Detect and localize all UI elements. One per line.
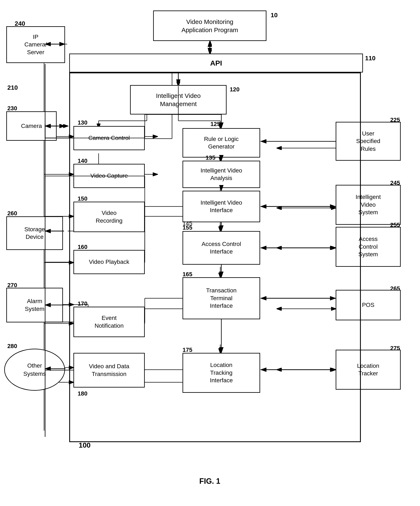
rule-logic-box: Rule or LogicGenerator: [182, 128, 260, 158]
label-100: 100: [79, 441, 91, 449]
ivi-label: Intelligent VideoInterface: [200, 199, 242, 214]
other-systems-label: OtherSystems: [23, 361, 46, 378]
event-notification-box: EventNotification: [73, 307, 145, 337]
location-tracking-label: LocationTrackingInterface: [210, 361, 233, 384]
video-data-label: Video and DataTransmission: [89, 363, 129, 378]
label-180: 180: [78, 390, 87, 397]
camera-box: Camera: [6, 111, 57, 141]
user-rules-box: UserSpecifiedRules: [336, 122, 401, 161]
label-165: 165: [182, 271, 192, 278]
label-125: 125: [210, 121, 220, 127]
api-box: API: [69, 53, 363, 73]
iva-box: Intelligent VideoAnalysis: [182, 161, 260, 188]
label-280: 280: [7, 343, 17, 350]
label-140: 140: [78, 158, 87, 164]
label-120: 120: [230, 86, 239, 93]
ip-camera-box: IPCamera/Server: [6, 26, 65, 63]
label-225: 225: [390, 117, 400, 123]
label-135: 135: [206, 154, 215, 161]
label-255: 255: [390, 222, 400, 228]
label-270: 270: [7, 282, 17, 289]
video-recording-label: VideoRecording: [96, 209, 123, 225]
other-systems-cloud: OtherSystems: [4, 349, 65, 391]
label-260: 260: [7, 210, 17, 217]
video-playback-box: Video Playback: [73, 250, 145, 274]
alarm-box: AlarmSystem: [6, 288, 63, 322]
ivm-box: Intelligent VideoManagement: [130, 85, 226, 114]
user-rules-label: UserSpecifiedRules: [356, 130, 380, 153]
access-control-iface-label: Access ControlInterface: [202, 240, 241, 256]
camera-control-box: Camera Control: [73, 126, 145, 150]
location-tracking-box: LocationTrackingInterface: [182, 353, 260, 393]
camera-label: Camera: [21, 122, 42, 130]
label-265: 265: [390, 285, 400, 292]
transaction-terminal-label: TransactionTerminalInterface: [206, 287, 236, 310]
video-data-box: Video and DataTransmission: [73, 353, 145, 387]
label-175: 175: [182, 346, 192, 353]
label-245: 245: [390, 180, 400, 186]
ivi-box: Intelligent VideoInterface: [182, 191, 260, 222]
video-recording-box: VideoRecording: [73, 202, 145, 232]
rule-logic-label: Rule or LogicGenerator: [204, 135, 239, 151]
access-control-sys-label: AccessControlSystem: [358, 235, 378, 258]
label-170: 170: [78, 300, 87, 307]
label-210: 210: [7, 84, 18, 91]
video-capture-label: Video Capture: [90, 172, 128, 180]
label-240: 240: [15, 20, 25, 27]
iva-label: Intelligent VideoAnalysis: [200, 167, 242, 182]
location-tracker-box: LocationTracker: [336, 350, 401, 390]
fig-label: FIG. 1: [168, 477, 252, 486]
alarm-label: AlarmSystem: [25, 297, 44, 313]
label-150: 150: [78, 195, 87, 202]
event-notification-label: EventNotification: [95, 314, 124, 330]
label-275: 275: [390, 345, 400, 352]
intelligent-video-sys-box: IntelligentVideoSystem: [336, 185, 401, 225]
storage-label: StorageDevice: [24, 226, 45, 241]
ivm-label: Intelligent VideoManagement: [156, 92, 201, 108]
label-160: 160: [78, 244, 87, 250]
video-monitoring-label: Video Monitoring Application Program: [181, 18, 238, 34]
access-control-sys-box: AccessControlSystem: [336, 227, 401, 267]
ip-camera-label: IPCamera/Server: [24, 33, 47, 56]
transaction-terminal-box: TransactionTerminalInterface: [182, 277, 260, 319]
access-control-iface-box: Access ControlInterface: [182, 231, 260, 265]
label-130: 130: [78, 119, 87, 126]
pos-box: POS: [336, 290, 401, 320]
video-playback-label: Video Playback: [89, 258, 129, 266]
location-tracker-label: LocationTracker: [357, 362, 379, 378]
api-label: API: [210, 58, 222, 68]
video-capture-box: Video Capture: [73, 164, 145, 188]
camera-control-label: Camera Control: [88, 134, 130, 142]
storage-box: StorageDevice: [6, 216, 63, 250]
pos-label: POS: [362, 301, 374, 309]
video-monitoring-box: Video Monitoring Application Program: [153, 11, 266, 41]
label-10: 10: [271, 12, 278, 19]
label-230: 230: [7, 105, 17, 112]
intelligent-video-sys-label: IntelligentVideoSystem: [355, 193, 381, 216]
label-145: 145: [182, 220, 192, 227]
label-110: 110: [365, 55, 375, 62]
